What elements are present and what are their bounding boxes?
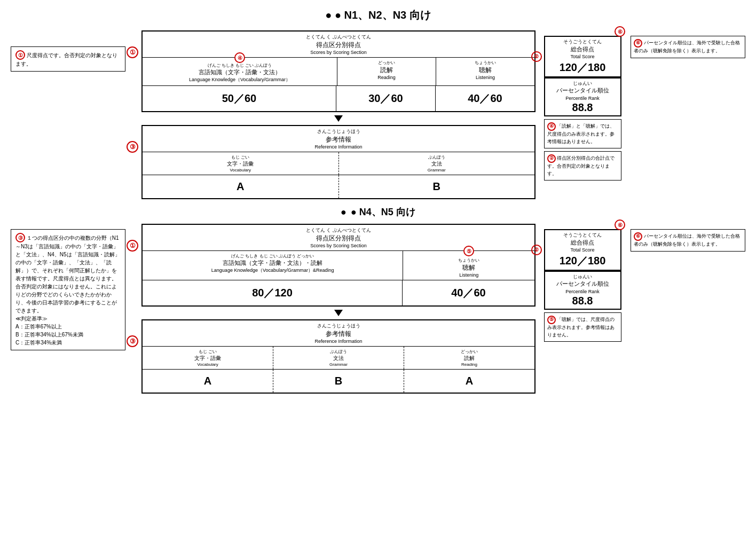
n45-block: ① とくてん く ぶんべつとくてん 得点区分別得点 Scores by Scor… — [131, 224, 625, 394]
n45-section-title: ● ● N4、N5 向け — [11, 206, 745, 218]
n123-ref-table: さんこうじょうほう 参考情報 Reference Information もじ … — [141, 125, 536, 199]
n45-ref-col-reading: どっかい 読解 Reading — [404, 347, 534, 369]
n123-col-listening: ちょうかい 聴解 Listening — [436, 58, 534, 85]
n123-score-area: ① とくてん く ぶんべつとくてん 得点区分別得点 Scores by Scor… — [131, 30, 536, 199]
n123-ref-header: さんこうじょうほう 参考情報 Reference Information — [143, 126, 534, 152]
n45-score-header: とくてん く ぶんべつとくてん 得点区分別得点 Scores by Scorin… — [143, 225, 534, 251]
b6-circle-n45: ⑥ — [615, 219, 625, 230]
badge1-n123-note: ① — [15, 50, 25, 60]
n45-score-header-jp-small: とくてん く ぶんべつとくてん — [306, 228, 371, 233]
b1-circle: ① — [127, 46, 138, 58]
badge1-n45: ① — [127, 240, 138, 252]
n45-percentile-label-en: Percentile Rank — [548, 288, 618, 295]
n45-ref-header-en: Reference Information — [314, 339, 362, 344]
n123-col-lang-jp: 言語知識（文字・語彙・文法） — [144, 68, 336, 76]
badge6-note-n45: ⑥ — [634, 232, 642, 241]
n45-center: ① とくてん く ぶんべつとくてん 得点区分別得点 Scores by Scor… — [131, 224, 625, 394]
n123-note2: ② 得点区分別得点の合計点です。合否判定の対象となります。 — [544, 151, 621, 181]
n45-percentile-label-jp-small: じゅんい — [548, 273, 618, 280]
n45-col-lr-jp-small: げんご ちしき もじ ごい ぶんぽう どっかい — [144, 253, 401, 259]
n123-right-boxes: ⑥ ② そうごうとくてん 総合得点 Total Score 120／180 — [540, 36, 625, 181]
n45-ref-val-b: B — [273, 370, 404, 393]
n45-col-listening-jp: 聴解 — [404, 263, 533, 272]
note6-n123: ⑥ パーセンタイル順位は、海外で受験した合格者のみ（聴解免除を除く）表示します。 — [631, 36, 745, 58]
n45-score-header-en: Scores by Scoring Section — [310, 243, 367, 248]
b4-circle: ④ — [234, 52, 245, 63]
n45-ref-val-a2: A — [404, 370, 534, 393]
n45-right-notes: ⑥ パーセンタイル順位は、海外で受験した合格者のみ（聴解免除を除く）表示します。 — [631, 224, 745, 252]
bullet-icon-n45: ● — [341, 207, 346, 218]
n45-col-lr-en: Language Knowledge（Vocabulary/Grammar）&R… — [144, 267, 401, 274]
n123-ref-val-a: A — [143, 175, 339, 198]
n45-col-listening-jp-small: ちょうかい — [404, 257, 533, 263]
n45-layout: ③ １つの得点区分の中の複数の分野（N1～N3は「言語知識」の中の「文字・語彙」… — [11, 224, 745, 394]
n45-ref-table: さんこうじょうほう 参考情報 Reference Information もじ … — [141, 319, 536, 394]
total-label-jp: 総合得点 — [548, 45, 618, 53]
note6-n45: ⑥ パーセンタイル順位は、海外で受験した合格者のみ（聴解免除を除く）表示します。 — [631, 229, 745, 252]
n123-ref-col-headers: もじ ごい 文字・語彙 Vocabulary ぶんぽう 文法 Grammar — [143, 152, 534, 175]
n45-total-score-value: 120／180 — [548, 254, 618, 268]
n123-center: ① とくてん く ぶんべつとくてん 得点区分別得点 Scores by Scor… — [131, 30, 625, 199]
n123-score-values: 50／60 30／60 40／60 — [143, 86, 534, 111]
n123-col-listening-jp: 聴解 — [437, 66, 533, 75]
percentile-label-en: Percentile Rank — [548, 95, 618, 102]
n123-block: ① とくてん く ぶんべつとくてん 得点区分別得点 Scores by Scor… — [131, 30, 625, 199]
note4-content: ④ 「読解」と「聴解」では、尺度得点のみ表示されます。参考情報はありません。 — [547, 123, 615, 144]
note1-box: ① 尺度得点です。合否判定の対象となります。 — [11, 46, 125, 72]
n45-score-lr: 80／120 — [143, 280, 403, 305]
percentile-label-jp: パーセンタイル順位 — [548, 87, 618, 95]
n123-col-lang-jp-small: げんご ちしき もじ ごい ぶんぽう — [144, 62, 336, 68]
n45-left-notes: ③ １つの得点区分の中の複数の分野（N1～N3は「言語知識」の中の「文字・語彙」… — [11, 224, 125, 355]
badge6-n123-pos: ⑥ — [615, 26, 625, 37]
badge2-n45-pos: ② — [531, 245, 542, 255]
arrow-down-icon-n45 — [334, 310, 343, 316]
n123-ref-col-vocab: もじ ごい 文字・語彙 Vocabulary — [143, 152, 339, 175]
n123-col-reading: どっかい 読解 Reading — [337, 58, 436, 85]
title-n45-text: ● N4、N5 向け — [351, 206, 415, 218]
n45-col-listening-en: Listening — [404, 272, 533, 278]
note6-content: ⑥ パーセンタイル順位は、海外で受験した合格者のみ（聴解免除を除く）表示します。 — [634, 40, 740, 53]
title-n123-text: ● N1、N2、N3 向け — [335, 9, 431, 21]
n45-total-label-jp: 総合得点 — [548, 239, 618, 247]
n45-col-lr-jp: 言語知識（文字・語彙・文法）・読解 — [144, 259, 401, 267]
n45-right-boxes: ⑥ ② そうごうとくてん 総合得点 Total Score 120／180 — [540, 229, 625, 342]
n123-col-lang-en: Language Knowledge（Vocabulary/Grammar） — [144, 76, 336, 83]
n45-score-values: 80／120 40／60 — [143, 280, 534, 305]
ref-header-jp-small: さんこうじょうほう — [317, 129, 360, 134]
total-score-value: 120／180 — [548, 60, 618, 75]
badge6-note-n123: ⑥ — [634, 39, 642, 48]
n123-col-reading-jp-small: どっかい — [338, 60, 435, 66]
n123-left-notes: ① 尺度得点です。合否判定の対象となります。 — [11, 30, 125, 76]
b5-circle: ⑤ — [463, 246, 474, 256]
n45-score-listening: 40／60 — [403, 280, 534, 305]
score-header-en: Scores by Scoring Section — [310, 50, 367, 55]
badge3-n45-pos: ③ — [127, 335, 138, 347]
n123-ref-col-grammar: ぶんぽう 文法 Grammar — [339, 152, 535, 175]
note1-content: ① 尺度得点です。合否判定の対象となります。 — [15, 52, 117, 67]
n45-percentile-value: 88.8 — [548, 295, 618, 307]
badge3-n123-pos: ③ — [127, 141, 138, 153]
n45-ref-col-vocab: もじ ごい 文字・語彙 Vocabulary — [143, 347, 273, 369]
n45-ref-col-grammar: ぶんぽう 文法 Grammar — [273, 347, 404, 369]
total-label-jp-small: そうごうとくてん — [548, 38, 618, 45]
n123-arrow-down — [141, 115, 536, 122]
n123-col-reading-jp: 読解 — [338, 66, 435, 75]
n45-ref-header: さんこうじょうほう 参考情報 Reference Information — [143, 320, 534, 347]
n123-note4: ④ 「読解」と「聴解」では、尺度得点のみ表示されます。参考情報はありません。 — [544, 119, 621, 148]
badge6-n45-pos: ⑥ — [615, 219, 625, 230]
b6-circle-n123: ⑥ — [615, 26, 625, 37]
n123-col-listening-jp-small: ちょうかい — [437, 60, 533, 66]
badge5-n45-pos: ⑤ — [463, 246, 474, 256]
n123-percentile-box: じゅんい パーセンタイル順位 Percentile Rank 88.8 — [544, 77, 621, 117]
n123-col-listening-en: Listening — [437, 75, 533, 80]
n45-note5: ⑤ 「聴解」では、尺度得点のみ表示されます。参考情報はありません。 — [544, 312, 621, 342]
n45-ref-area: ③ さんこうじょうほう 参考情報 Reference Information — [141, 319, 536, 394]
n45-col-headers: げんご ちしき もじ ごい ぶんぽう どっかい 言語知識（文字・語彙・文法）・読… — [143, 251, 534, 280]
n45-total-box: ② そうごうとくてん 総合得点 Total Score 120／180 — [544, 229, 621, 271]
badge2-n123-pos: ② — [531, 51, 542, 62]
b3-circle-n45: ③ — [127, 335, 138, 347]
n45-percentile-box: じゅんい パーセンタイル順位 Percentile Rank 88.8 — [544, 271, 621, 310]
n45-col-listening: ⑤ ちょうかい 聴解 Listening — [403, 251, 534, 280]
note6-content-n45: ⑥ パーセンタイル順位は、海外で受験した合格者のみ（聴解免除を除く）表示します。 — [634, 233, 740, 247]
n123-score-header: とくてん く ぶんべつとくてん 得点区分別得点 Scores by Scorin… — [143, 32, 534, 58]
